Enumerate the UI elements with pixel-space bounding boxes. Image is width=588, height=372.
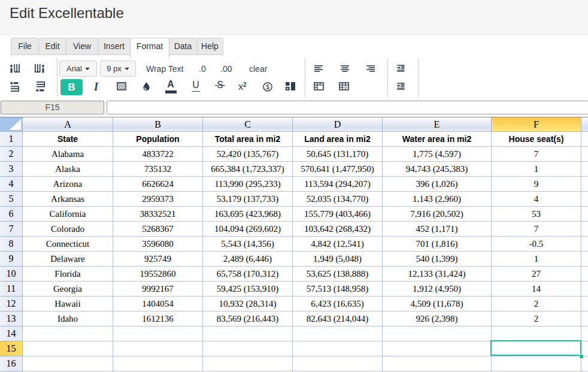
- svg-text:$: $: [266, 83, 269, 90]
